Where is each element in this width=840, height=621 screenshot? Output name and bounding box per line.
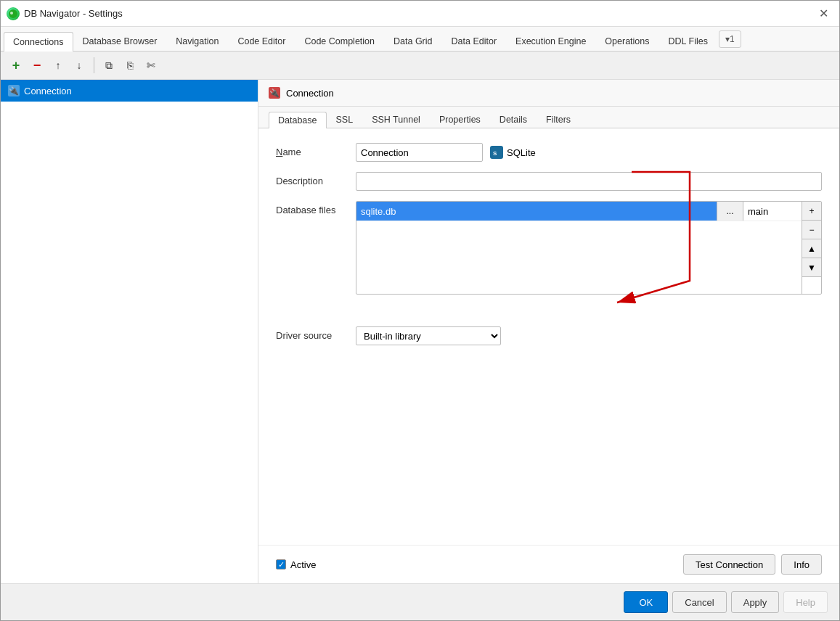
move-down-db-file-button[interactable]: ▼ [802,258,821,277]
form-spacer [276,305,822,326]
right-panel: 🔌 Connection Database SSL SSH Tunnel Pro… [258,80,839,583]
db-files-empty-area [356,221,802,294]
name-label: Name [276,143,356,157]
driver-source-label: Driver source [276,326,356,341]
db-file-browse-button[interactable]: ... [717,202,743,221]
db-file-path-input[interactable] [356,202,717,221]
app-icon [7,7,20,20]
active-label: Active [290,559,316,570]
main-tab-bar: Connections Database Browser Navigation … [1,27,839,52]
svg-text:S: S [493,150,497,157]
db-files-label: Database files [276,201,356,215]
checkbox-checkmark: ✓ [278,560,285,569]
database-form: Name S SQLite Description [258,128,839,545]
connection-icon: 🔌 [8,85,20,96]
sqlite-badge: S SQLite [490,146,536,159]
svg-point-1 [10,12,13,15]
connection-header: 🔌 Connection [258,80,839,107]
tab-code-editor[interactable]: Code Editor [228,31,295,51]
tab-connections[interactable]: Connections [4,32,73,52]
inner-tab-properties[interactable]: Properties [430,111,490,128]
remove-db-file-button[interactable]: − [802,221,821,239]
dialog-footer: OK Cancel Apply Help [1,583,839,620]
move-up-db-file-button[interactable]: ▲ [802,239,821,258]
connection-header-text: Connection [286,88,334,99]
driver-source-select[interactable]: Built-in libraryExternal libraryCustom [356,326,501,345]
tab-execution-engine[interactable]: Execution Engine [506,31,595,51]
ok-button[interactable]: OK [624,591,668,613]
inner-tab-ssl[interactable]: SSL [327,111,363,128]
svg-point-0 [9,9,17,18]
name-row: Name S SQLite [276,143,822,162]
inner-tab-filters[interactable]: Filters [537,111,580,128]
connection-tab-bar: Database SSL SSH Tunnel Properties Detai… [258,107,839,128]
db-files-row: Database files ... [276,201,822,295]
tab-data-grid[interactable]: Data Grid [384,31,442,51]
db-file-alias-input[interactable] [743,202,802,221]
inner-tab-details[interactable]: Details [490,111,537,128]
sqlite-label: SQLite [507,147,536,158]
sidebar-item-connection[interactable]: 🔌 Connection [1,80,258,102]
name-field-group: S SQLite [356,143,536,162]
test-connection-button[interactable]: Test Connection [683,554,775,575]
help-button: Help [783,591,828,613]
cut-button[interactable]: ✄ [142,56,160,75]
tab-code-completion[interactable]: Code Completion [295,31,384,51]
db-files-list: ... [356,202,802,294]
db-file-entry: ... [356,202,802,221]
driver-source-row: Driver source Built-in libraryExternal l… [276,326,822,345]
toolbar-separator [94,57,94,73]
add-db-file-button[interactable]: + [802,202,821,221]
connections-sidebar: 🔌 Connection [1,80,258,583]
tab-overflow-button[interactable]: ▾1 [719,30,741,48]
cancel-button[interactable]: Cancel [672,591,726,613]
main-content: 🔌 Connection 🔌 Connection Database SSL S… [1,80,839,583]
inner-tab-database[interactable]: Database [269,112,327,128]
title-bar: DB Navigator - Settings ✕ [1,1,839,27]
driver-source-group: Built-in libraryExternal libraryCustom [356,326,501,345]
active-row: ✓ Active [276,559,316,570]
description-input[interactable] [356,172,822,191]
window-title: DB Navigator - Settings [24,8,123,19]
connection-toolbar: + − ↑ ↓ ⧉ ⎘ ✄ [1,52,839,80]
close-button[interactable]: ✕ [813,4,833,24]
tab-data-editor[interactable]: Data Editor [442,31,507,51]
name-input[interactable] [356,143,483,162]
paste-button[interactable]: ⎘ [121,56,139,75]
sqlite-icon: S [490,146,503,159]
apply-button[interactable]: Apply [731,591,780,613]
move-down-button[interactable]: ↓ [70,56,89,75]
inner-tab-ssh-tunnel[interactable]: SSH Tunnel [362,111,430,128]
tab-ddl-files[interactable]: DDL Files [659,31,717,51]
copy-button[interactable]: ⧉ [99,56,118,75]
active-checkbox[interactable]: ✓ [276,559,286,569]
description-row: Description [276,172,822,191]
bottom-active-area: ✓ Active Test Connection Info [258,545,839,583]
sidebar-item-label: Connection [24,86,72,96]
move-up-button[interactable]: ↑ [49,56,68,75]
info-button[interactable]: Info [781,554,822,575]
tab-navigation[interactable]: Navigation [166,31,228,51]
tab-database-browser[interactable]: Database Browser [73,31,167,51]
settings-window: DB Navigator - Settings ✕ Connections Da… [0,0,840,621]
db-files-side-buttons: + − ▲ ▼ [802,202,821,294]
title-bar-left: DB Navigator - Settings [7,7,123,20]
add-connection-button[interactable]: + [7,56,25,75]
remove-connection-button[interactable]: − [28,56,46,75]
description-label: Description [276,172,356,186]
bottom-right-buttons: Test Connection Info [683,554,822,575]
connection-header-icon: 🔌 [269,87,280,99]
tab-operations[interactable]: Operations [595,31,658,51]
